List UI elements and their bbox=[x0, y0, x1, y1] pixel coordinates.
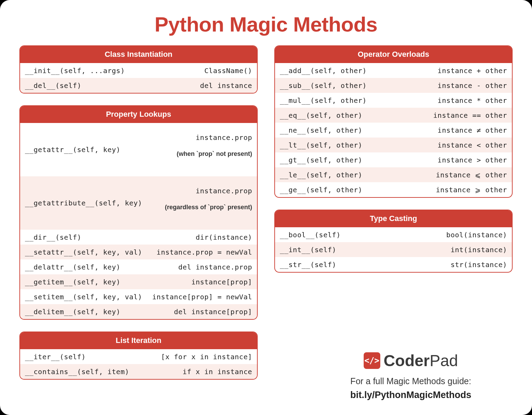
footer-tagline: For a full Magic Methods guide: bbox=[314, 376, 508, 386]
footer: </> CoderPad For a full Magic Methods gu… bbox=[314, 351, 508, 400]
method-usage: bool(instance) bbox=[446, 231, 507, 239]
brand-name: CoderPad bbox=[384, 351, 458, 370]
card-header: Property Lookups bbox=[20, 106, 257, 123]
method-note: (when `prop` not present) bbox=[143, 150, 252, 158]
method-note: (regardless of `prop` present) bbox=[143, 204, 252, 211]
method-name: __iter__(self) bbox=[25, 353, 86, 361]
table-row: __getattr__(self, key) instance.prop (wh… bbox=[20, 123, 257, 176]
table-row: __mul__(self, other) instance * other bbox=[275, 93, 512, 108]
table-row: __getitem__(self, key) instance[prop] bbox=[20, 274, 257, 289]
table-row: __dir__(self) dir(instance) bbox=[20, 230, 257, 245]
method-name: __init__(self, ...args) bbox=[25, 67, 125, 75]
method-name: __ge__(self, other) bbox=[280, 186, 362, 194]
table-row: __bool__(self) bool(instance) bbox=[275, 227, 512, 242]
brand-logo: </> CoderPad bbox=[364, 351, 458, 370]
method-usage: del instance[prop] bbox=[174, 308, 252, 316]
table-row: __iter__(self) [x for x in instance] bbox=[20, 349, 257, 364]
card-header: List Iteration bbox=[20, 332, 257, 349]
table-row: __del__(self) del instance bbox=[20, 78, 257, 93]
method-usage: ClassName() bbox=[204, 67, 252, 75]
card-header: Type Casting bbox=[275, 210, 512, 227]
method-usage: instance[prop] = newVal bbox=[152, 293, 252, 301]
columns: Class Instantiation __init__(self, ...ar… bbox=[19, 45, 513, 380]
table-row: __delattr__(self, key) del instance.prop bbox=[20, 259, 257, 274]
method-usage: instance < other bbox=[437, 141, 507, 149]
method-name: __del__(self) bbox=[25, 81, 81, 90]
table-row: __le__(self, other) instance ⩽ other bbox=[275, 167, 512, 182]
code-icon: </> bbox=[364, 352, 380, 369]
table-row: __gt__(self, other) instance > other bbox=[275, 152, 512, 167]
method-name: __add__(self, other) bbox=[280, 67, 367, 75]
method-usage: str(instance) bbox=[451, 261, 507, 269]
method-name: __bool__(self) bbox=[280, 231, 341, 239]
table-row: __lt__(self, other) instance < other bbox=[275, 138, 512, 152]
method-name: __mul__(self, other) bbox=[280, 96, 367, 105]
table-row: __add__(self, other) instance + other bbox=[275, 63, 512, 78]
table-row: __getattribute__(self, key) instance.pro… bbox=[20, 176, 257, 230]
card-header: Operator Overloads bbox=[275, 46, 512, 63]
method-name: __delattr__(self, key) bbox=[25, 263, 121, 271]
method-usage: instance - other bbox=[437, 81, 507, 90]
table-row: __delitem__(self, key) del instance[prop… bbox=[20, 304, 257, 319]
table-row: __setattr__(self, key, val) instance.pro… bbox=[20, 245, 257, 259]
method-name: __int__(self) bbox=[280, 246, 336, 254]
method-name: __gt__(self, other) bbox=[280, 156, 362, 164]
card-type-casting: Type Casting __bool__(self) bool(instanc… bbox=[274, 210, 513, 273]
method-usage: if x in instance bbox=[183, 368, 252, 376]
table-row: __init__(self, ...args) ClassName() bbox=[20, 63, 257, 78]
method-name: __lt__(self, other) bbox=[280, 141, 362, 149]
method-name: __contains__(self, item) bbox=[25, 368, 129, 376]
method-usage: instance ≠ other bbox=[437, 126, 507, 134]
method-usage: instance.prop (regardless of `prop` pres… bbox=[143, 178, 252, 228]
method-name: __sub__(self, other) bbox=[280, 81, 367, 90]
page-title: Python Magic Methods bbox=[19, 12, 513, 36]
method-name: __eq__(self, other) bbox=[280, 111, 362, 120]
method-usage: del instance bbox=[200, 81, 252, 90]
method-usage: instance.prop = newVal bbox=[157, 248, 252, 256]
footer-link[interactable]: bit.ly/PythonMagicMethods bbox=[314, 390, 508, 400]
card-operator-overloads: Operator Overloads __add__(self, other) … bbox=[274, 45, 513, 198]
cheatsheet-page: Python Magic Methods Class Instantiation… bbox=[0, 0, 532, 415]
method-name: __str__(self) bbox=[280, 261, 336, 269]
method-usage: instance == other bbox=[433, 111, 507, 120]
card-property-lookups: Property Lookups __getattr__(self, key) … bbox=[19, 105, 258, 320]
card-list-iteration: List Iteration __iter__(self) [x for x i… bbox=[19, 332, 258, 380]
table-row: __int__(self) int(instance) bbox=[275, 242, 512, 257]
method-usage: instance ⩽ other bbox=[436, 171, 507, 179]
method-usage: dir(instance) bbox=[196, 233, 252, 241]
card-class-instantiation: Class Instantiation __init__(self, ...ar… bbox=[19, 45, 258, 94]
method-name: __ne__(self, other) bbox=[280, 126, 362, 134]
method-usage: [x for x in instance] bbox=[161, 353, 252, 361]
table-row: __ge__(self, other) instance ⩾ other bbox=[275, 182, 512, 197]
method-usage: instance > other bbox=[437, 156, 507, 164]
method-usage: instance * other bbox=[437, 96, 507, 105]
card-header: Class Instantiation bbox=[20, 46, 257, 63]
method-usage: instance ⩾ other bbox=[436, 186, 507, 194]
table-row: __str__(self) str(instance) bbox=[275, 257, 512, 272]
table-row: __contains__(self, item) if x in instanc… bbox=[20, 364, 257, 379]
method-usage: int(instance) bbox=[451, 246, 507, 254]
left-column: Class Instantiation __init__(self, ...ar… bbox=[19, 45, 258, 380]
table-row: __ne__(self, other) instance ≠ other bbox=[275, 123, 512, 138]
method-usage: del instance.prop bbox=[178, 263, 252, 271]
method-name: __setitem__(self, key, val) bbox=[25, 293, 142, 301]
method-usage: instance + other bbox=[437, 67, 507, 75]
method-name: __getattr__(self, key) bbox=[25, 145, 121, 154]
method-name: __le__(self, other) bbox=[280, 171, 362, 179]
table-row: __setitem__(self, key, val) instance[pro… bbox=[20, 289, 257, 304]
method-usage: instance.prop (when `prop` not present) bbox=[143, 125, 252, 174]
method-name: __delitem__(self, key) bbox=[25, 308, 121, 316]
method-name: __dir__(self) bbox=[25, 233, 81, 241]
method-usage: instance[prop] bbox=[191, 278, 252, 286]
method-name: __getattribute__(self, key) bbox=[25, 199, 142, 207]
method-name: __setattr__(self, key, val) bbox=[25, 248, 142, 256]
table-row: __eq__(self, other) instance == other bbox=[275, 108, 512, 123]
right-column: Operator Overloads __add__(self, other) … bbox=[274, 45, 513, 380]
table-row: __sub__(self, other) instance - other bbox=[275, 78, 512, 93]
method-name: __getitem__(self, key) bbox=[25, 278, 121, 286]
